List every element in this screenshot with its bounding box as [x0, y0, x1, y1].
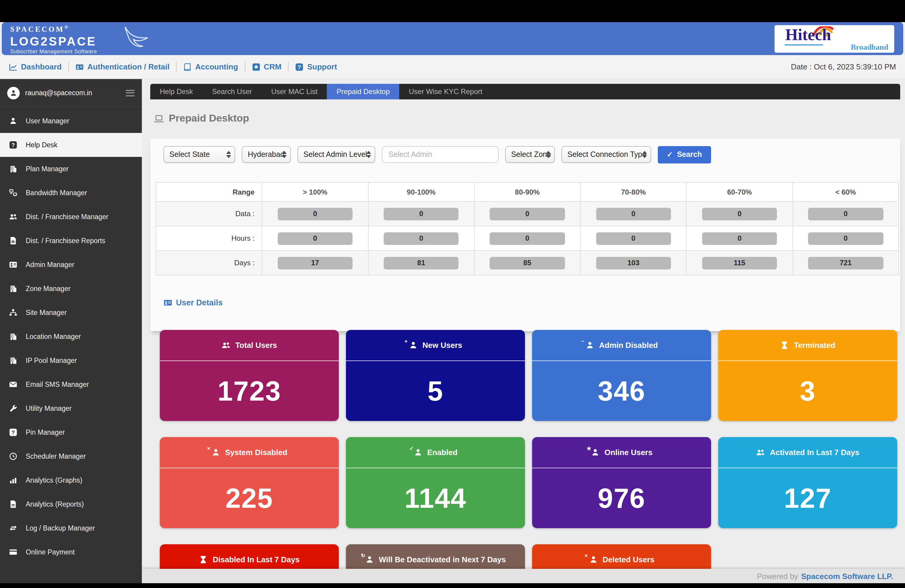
- value-cell: 0: [474, 202, 581, 226]
- contact-card-icon: [9, 261, 17, 269]
- card-value: 1723: [160, 361, 339, 420]
- card-online-users[interactable]: ★Online Users976: [532, 437, 711, 528]
- sidebar-item-dist-franchisee-manager[interactable]: Dist. / Franchisee Manager: [0, 205, 142, 229]
- value-pill: 0: [808, 232, 883, 245]
- column-header-90-100: 90-100%: [368, 182, 474, 202]
- row-label: Days :: [156, 251, 262, 275]
- top-nav: DashboardAuthentication / RetailAccounti…: [0, 55, 905, 79]
- select-admin-level[interactable]: Select Admin Level: [297, 146, 375, 163]
- app-header: SPACECOM® LOG2SPACE Subscriber Managemen…: [2, 22, 903, 55]
- partner-name: Hitech: [785, 27, 831, 43]
- value-pill: 0: [596, 208, 671, 220]
- nav-item-label: Authentication / Retail: [87, 62, 169, 71]
- tab-help-desk[interactable]: Help Desk: [150, 84, 203, 99]
- sidebar-item-label: Help Desk: [26, 141, 57, 148]
- partner-sub: Broadband: [851, 43, 888, 52]
- nav-item-accounting[interactable]: Accounting: [183, 62, 238, 71]
- tab-search-user[interactable]: Search User: [203, 84, 262, 99]
- building-icon: [9, 165, 17, 173]
- sidebar-item-location-manager[interactable]: Location Manager: [0, 324, 142, 348]
- sidebar-item-label: Admin Manager: [26, 261, 74, 268]
- tab-user-mac-list[interactable]: User MAC List: [262, 84, 327, 99]
- sidebar-user[interactable]: raunaq@spacecom.in: [0, 79, 142, 107]
- card-title: System Disabled: [225, 448, 287, 457]
- select-zone[interactable]: Select Zone: [505, 146, 555, 163]
- sidebar-item-label: Log / Backup Manager: [26, 524, 95, 532]
- sidebar-item-email-sms-manager[interactable]: Email SMS Manager: [0, 372, 142, 396]
- sidebar-item-online-payment[interactable]: Online Payment: [0, 540, 142, 564]
- table-row-days: Days :178185103115721: [156, 251, 899, 275]
- sidebar-item-zone-manager[interactable]: Zone Manager: [0, 277, 142, 300]
- column-header-60: < 60%: [792, 182, 899, 202]
- select-state[interactable]: Select State: [164, 146, 235, 163]
- sidebar-item-plan-manager[interactable]: Plan Manager: [0, 157, 142, 181]
- value-pill: 721: [808, 257, 883, 269]
- sidebar-item-bandwidth-manager[interactable]: Bandwidth Manager: [0, 181, 142, 205]
- sidebar-item-label: Analytics (Reports): [26, 501, 84, 508]
- usage-table-wrap: Range> 100%90-100%80-90%70-80%60-70%< 60…: [156, 182, 899, 275]
- sidebar-item-pin-manager[interactable]: ?Pin Manager: [0, 420, 142, 444]
- nav-item-dashboard[interactable]: Dashboard: [9, 62, 62, 71]
- tab-prepaid-desktop[interactable]: Prepaid Desktop: [327, 84, 399, 99]
- nav-item-crm[interactable]: CRM: [252, 62, 281, 71]
- card-terminated[interactable]: Terminated3: [718, 330, 897, 421]
- icon-glyph: ★: [587, 445, 591, 451]
- select-city[interactable]: Hyderabad: [242, 146, 291, 163]
- value-pill: 85: [490, 257, 565, 269]
- admin-input[interactable]: [382, 146, 499, 163]
- card-header: ✓Enabled: [346, 437, 525, 468]
- value-cell: 0: [262, 226, 368, 251]
- select-arrows-icon: [642, 151, 647, 158]
- card-admin-disabled[interactable]: −Admin Disabled346: [532, 330, 711, 421]
- card-total-users[interactable]: Total Users1723: [160, 330, 339, 421]
- card-new-users[interactable]: +New Users5: [346, 330, 525, 421]
- person-icon: −: [585, 341, 594, 350]
- value-pill: 0: [596, 232, 671, 245]
- sidebar-item-site-manager[interactable]: Site Manager: [0, 300, 142, 324]
- sidebar-item-admin-manager[interactable]: Admin Manager: [0, 253, 142, 277]
- menu-icon[interactable]: [126, 88, 135, 98]
- value-pill: 103: [596, 257, 671, 269]
- clock-icon: [9, 452, 17, 461]
- value-pill: 0: [490, 232, 565, 245]
- svg-text:?: ?: [11, 429, 15, 435]
- value-cell: 115: [686, 251, 793, 275]
- column-header-100: > 100%: [262, 182, 368, 202]
- card-activated-in-last-7-days[interactable]: Activated In Last 7 Days127: [718, 437, 897, 528]
- sidebar-item-scheduler-manager[interactable]: Scheduler Manager: [0, 444, 142, 468]
- card-title: Total Users: [235, 341, 277, 350]
- value-pill: 0: [702, 232, 777, 245]
- sidebar-item-log-backup-manager[interactable]: Log / Backup Manager: [0, 516, 142, 540]
- user-email: raunaq@spacecom.in: [25, 89, 120, 96]
- nav-item-support[interactable]: ?Support: [295, 62, 337, 71]
- sidebar-item-user-manager[interactable]: User Manager: [0, 109, 142, 133]
- sidebar-item-dist-franchisee-reports[interactable]: Dist. / Franchisee Reports: [0, 229, 142, 253]
- nav-separator: [176, 62, 176, 72]
- sidebar-item-ip-pool-manager[interactable]: IP Pool Manager: [0, 348, 142, 372]
- card-value: 127: [718, 468, 897, 528]
- value-cell: 0: [580, 226, 686, 251]
- select-connection-type[interactable]: Select Connection Type: [561, 146, 651, 163]
- tab-user-wise-kyc-report[interactable]: User Wise KYC Report: [399, 84, 492, 99]
- id-card-icon: [164, 298, 172, 307]
- search-button[interactable]: ✓ Search: [658, 146, 711, 163]
- loop-icon: [9, 524, 17, 532]
- select-arrows-icon: [282, 151, 287, 158]
- card-header: ×System Disabled: [160, 437, 339, 468]
- card-system-disabled[interactable]: ×System Disabled225: [160, 437, 339, 528]
- sidebar-item-help-desk[interactable]: ?Help Desk: [0, 133, 142, 157]
- card-value: 5: [346, 361, 525, 420]
- select-arrows-icon: [226, 151, 231, 158]
- sidebar-item-utility-manager[interactable]: Utility Manager: [0, 396, 142, 420]
- card-enabled[interactable]: ✓Enabled1144: [346, 437, 525, 528]
- filter-table-panel: Select State Hyderabad Select Admin Leve…: [150, 139, 900, 331]
- sidebar-item-analytics-reports[interactable]: Analytics (Reports): [0, 492, 142, 516]
- card-value: 225: [160, 468, 339, 528]
- nav-item-authentication-retail[interactable]: Authentication / Retail: [75, 62, 169, 71]
- sidebar-item-analytics-graphs[interactable]: Analytics (Graphs): [0, 468, 142, 492]
- sidebar-item-label: Utility Manager: [26, 405, 71, 412]
- hourglass-icon: [199, 555, 208, 564]
- sidebar-item-label: Online Payment: [26, 548, 75, 556]
- value-cell: 85: [474, 251, 581, 275]
- bird-logo-icon: [122, 25, 152, 53]
